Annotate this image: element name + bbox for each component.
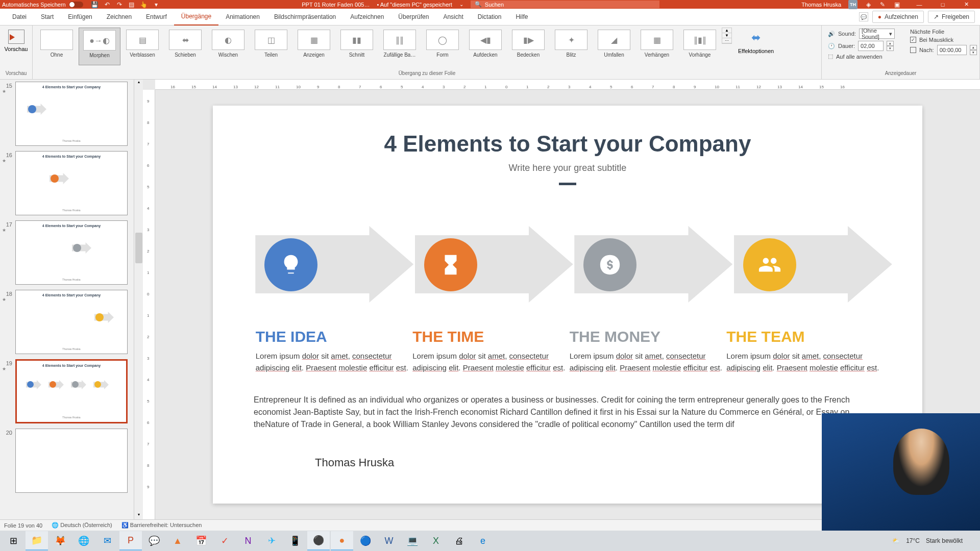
transition-verhangen[interactable]: ▦Verhängen	[636, 28, 678, 65]
word-icon[interactable]: W	[378, 531, 400, 550]
slide-thumb-17[interactable]: 4 Elements to Start your Company Thomas …	[15, 220, 128, 285]
transition-form[interactable]: ◯Form	[422, 28, 463, 65]
duration-spinner[interactable]: ▴▾	[887, 41, 894, 51]
preview-button[interactable]: Vorschau	[3, 28, 29, 54]
transition-teilen[interactable]: ◫Teilen	[250, 28, 292, 65]
duration-input[interactable]: 02,00	[858, 41, 884, 51]
transition-aufdecken[interactable]: ◀▮Aufdecken	[464, 28, 506, 65]
slide-subtitle[interactable]: Write here your great subtitle	[243, 163, 892, 173]
tab-start[interactable]: Start	[34, 9, 61, 26]
more-qat-icon[interactable]: ▾	[153, 1, 160, 8]
transition-schieben[interactable]: ⬌Schieben	[164, 28, 206, 65]
animation-star-icon[interactable]: ★	[2, 228, 12, 233]
arrow-time[interactable]	[409, 221, 567, 308]
save-icon[interactable]: 💾	[91, 1, 99, 8]
column-money[interactable]: THE MONEY Lorem ipsum dolor sit amet, co…	[570, 328, 723, 373]
arrow-idea[interactable]	[249, 221, 407, 308]
horizontal-ruler[interactable]: 1615141312111098765432101234567891011121…	[155, 80, 980, 90]
transition-wischen[interactable]: ◐Wischen	[207, 28, 249, 65]
slide-thumb-20[interactable]	[15, 429, 128, 493]
window-icon[interactable]: ▣	[893, 1, 900, 8]
maximize-button[interactable]: □	[931, 0, 954, 9]
vertical-ruler[interactable]: 9876543210123456789	[143, 90, 155, 519]
column-time[interactable]: THE TIME Lorem ipsum dolor sit amet, con…	[412, 328, 566, 373]
tab-aufzeichnen[interactable]: Aufzeichnen	[343, 9, 391, 26]
share-button[interactable]: ↗Freigeben	[928, 11, 975, 23]
document-name[interactable]: PPT 01 Roter Faden 005…	[302, 2, 370, 8]
record-button[interactable]: ●Aufzeichnen	[872, 11, 924, 23]
slide-title[interactable]: 4 Elements to Start your Company	[243, 131, 892, 157]
autosave-toggle[interactable]: Automatisches Speichern	[2, 2, 83, 8]
chrome-icon[interactable]: 🌐	[72, 531, 95, 550]
weather-temp[interactable]: 17°C	[906, 537, 920, 544]
app4-icon[interactable]: 🖨	[448, 531, 471, 550]
slide-thumb-16[interactable]: 4 Elements to Start your Company Thomas …	[15, 151, 128, 215]
close-button[interactable]: ✕	[954, 0, 978, 9]
slide-thumb-15[interactable]: 4 Elements to Start your Company Thomas …	[15, 82, 128, 146]
present-icon[interactable]: ▤	[128, 1, 135, 8]
firefox-icon[interactable]: 🦊	[49, 531, 71, 550]
tab-hilfe[interactable]: Hilfe	[508, 9, 535, 26]
arrow-money[interactable]	[568, 221, 726, 308]
animation-star-icon[interactable]: ★	[2, 366, 12, 371]
transition-blitz[interactable]: ✦Blitz	[550, 28, 592, 65]
accessibility-status[interactable]: ♿ Barrierefreiheit: Untersuchen	[121, 522, 202, 529]
excel-icon[interactable]: X	[425, 531, 447, 550]
comments-icon[interactable]: 💬	[859, 12, 868, 21]
animation-star-icon[interactable]: ★	[2, 89, 12, 94]
tab-ubergange[interactable]: Übergänge	[174, 9, 218, 26]
gallery-more[interactable]: ▲▼⋯	[722, 28, 732, 44]
slide-thumb-19[interactable]: 4 Elements to Start your Company Thomas …	[15, 359, 128, 423]
app2-icon[interactable]: 🔵	[354, 531, 377, 550]
weather-icon[interactable]: ⛅	[892, 537, 900, 544]
after-spinner[interactable]: ▴▾	[970, 45, 977, 55]
animation-star-icon[interactable]: ★	[2, 158, 12, 163]
slide-counter[interactable]: Folie 19 von 40	[4, 522, 42, 529]
vlc-icon[interactable]: ▲	[166, 531, 189, 550]
effekt-options-button[interactable]: ⬌ Effektoptionen	[733, 28, 779, 56]
user-avatar[interactable]: TH	[848, 0, 857, 9]
after-checkbox[interactable]	[910, 47, 916, 53]
transition-anzeigen[interactable]: ▦Anzeigen	[293, 28, 335, 65]
column-team[interactable]: THE TEAM Lorem ipsum dolor sit amet, con…	[726, 328, 879, 373]
app-icon[interactable]: 📱	[284, 531, 306, 550]
tab-uberprufen[interactable]: Überprüfen	[391, 9, 436, 26]
teams-icon[interactable]: 💬	[143, 531, 165, 550]
tab-bildschirm[interactable]: Bildschirmpräsentation	[267, 9, 343, 26]
undo-icon[interactable]: ↶	[104, 1, 111, 8]
redo-icon[interactable]: ↷	[116, 1, 123, 8]
animation-star-icon[interactable]: ★	[2, 297, 12, 302]
slide-author[interactable]: Thomas Hruska	[243, 456, 892, 469]
weather-desc[interactable]: Stark bewölkt	[926, 537, 963, 544]
tab-entwurf[interactable]: Entwurf	[139, 9, 174, 26]
column-idea[interactable]: THE IDEA Lorem ipsum dolor sit amet, con…	[256, 328, 409, 373]
app3-icon[interactable]: 💻	[401, 531, 424, 550]
todoist-icon[interactable]: ✓	[213, 531, 236, 550]
calendar-icon[interactable]: 📅	[190, 531, 212, 550]
slide-canvas[interactable]: 4 Elements to Start your Company Write h…	[213, 106, 922, 504]
transition-zufall[interactable]: ∥∥Zufällige Ba…	[379, 28, 421, 65]
tab-zeichnen[interactable]: Zeichnen	[100, 9, 139, 26]
minimize-button[interactable]: —	[908, 0, 931, 9]
start-button[interactable]: ⊞	[2, 531, 24, 550]
powerpoint-icon[interactable]: P	[119, 531, 142, 550]
after-time-input[interactable]: 00:00,00	[937, 45, 967, 55]
recording-icon[interactable]: ●	[331, 531, 353, 550]
user-name[interactable]: Thomas Hruska	[801, 2, 841, 8]
transition-morphen[interactable]: ●→◐Morphen	[79, 28, 120, 65]
transition-umfallen[interactable]: ◢Umfallen	[593, 28, 635, 65]
search-box[interactable]: 🔍 Suchen	[471, 1, 659, 8]
slide-thumb-18[interactable]: 4 Elements to Start your Company Thomas …	[15, 290, 128, 354]
outlook-icon[interactable]: ✉	[96, 531, 118, 550]
sound-dropdown[interactable]: [Ohne Sound]▾	[859, 29, 895, 39]
tab-animationen[interactable]: Animationen	[218, 9, 267, 26]
transition-ohne[interactable]: Ohne	[36, 28, 78, 65]
slide-paragraph[interactable]: Entrepreneur It is defined as an individ…	[243, 394, 892, 431]
panel-scrollbar[interactable]: ▴ ▾	[134, 80, 143, 519]
tab-datei[interactable]: Datei	[5, 9, 34, 26]
arrow-team[interactable]	[728, 221, 886, 308]
transition-schnitt[interactable]: ▮▮Schnitt	[336, 28, 378, 65]
transition-bedecken[interactable]: ▮▶Bedecken	[507, 28, 549, 65]
transition-vorhange[interactable]: ∥▮∥Vorhänge	[679, 28, 721, 65]
telegram-icon[interactable]: ✈	[260, 531, 283, 550]
